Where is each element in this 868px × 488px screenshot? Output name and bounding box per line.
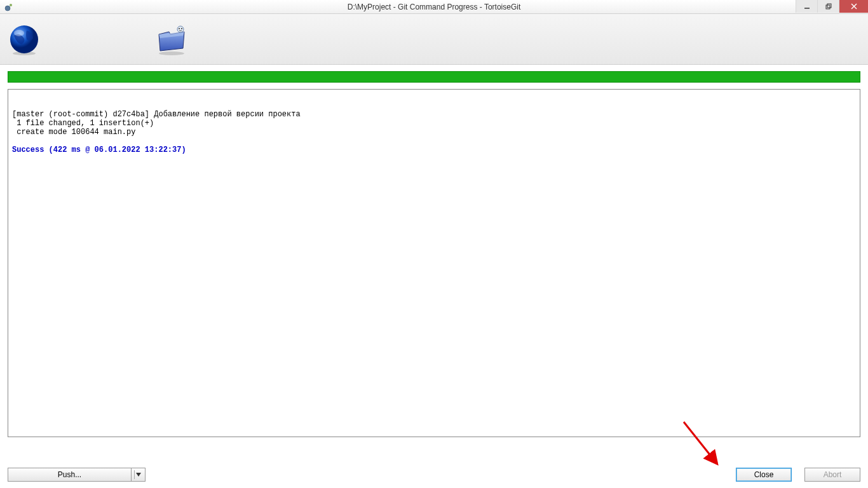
- svg-rect-3: [826, 5, 830, 9]
- maximize-button[interactable]: [817, 0, 839, 13]
- content-area: [master (root-commit) d27c4ba] Добавлени…: [0, 65, 868, 437]
- push-dropdown-button[interactable]: [132, 468, 146, 482]
- svg-point-1: [10, 4, 12, 6]
- bottom-bar: Push... Close Abort: [8, 468, 860, 482]
- log-line: create mode 100644 main.py: [12, 128, 856, 137]
- svg-point-12: [179, 28, 180, 29]
- window-close-button[interactable]: [839, 0, 868, 13]
- svg-point-11: [177, 26, 184, 32]
- abort-button: Abort: [804, 468, 860, 482]
- window-title: D:\MyProject - Git Command Progress - To…: [348, 3, 521, 11]
- window-controls: [796, 0, 868, 13]
- output-log[interactable]: [master (root-commit) d27c4ba] Добавлени…: [8, 89, 860, 437]
- progress-bar: [8, 71, 860, 83]
- log-line: [master (root-commit) d27c4ba] Добавлени…: [12, 110, 856, 119]
- chevron-down-icon: [136, 473, 141, 477]
- minimize-button[interactable]: [796, 0, 817, 13]
- svg-point-9: [14, 30, 24, 36]
- action-buttons: Close Abort: [736, 468, 860, 482]
- toolbar: [0, 14, 868, 65]
- close-button[interactable]: Close: [736, 468, 792, 482]
- log-success: Success (422 ms @ 06.01.2022 13:22:37): [12, 146, 856, 154]
- svg-point-0: [5, 6, 10, 11]
- folder-icon: [155, 23, 188, 56]
- globe-icon: [8, 23, 41, 56]
- push-button[interactable]: Push...: [8, 468, 132, 482]
- push-split-button: Push...: [8, 468, 146, 482]
- svg-point-13: [181, 28, 182, 29]
- app-icon: [4, 2, 14, 12]
- svg-marker-14: [136, 473, 141, 477]
- svg-rect-4: [827, 4, 831, 8]
- svg-point-10: [159, 51, 184, 55]
- log-line: 1 file changed, 1 insertion(+): [12, 119, 856, 128]
- titlebar: D:\MyProject - Git Command Progress - To…: [0, 0, 868, 14]
